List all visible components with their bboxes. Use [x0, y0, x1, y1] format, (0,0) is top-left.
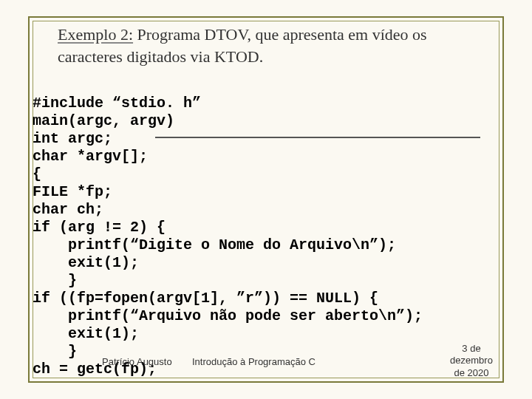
title-line2: caracteres digitados via KTOD.: [58, 47, 263, 66]
footer-date-line1: 3 de: [462, 343, 480, 354]
code-block: #include “stdio. h” main(argc, argv) int…: [33, 95, 423, 378]
footer-author: Patrício Augusto: [102, 356, 172, 367]
slide-title: Exemplo 2: Programa DTOV, que apresenta …: [58, 24, 494, 67]
footer-date-line3: de 2020: [454, 367, 489, 378]
title-ex-label: Exemplo 2:: [58, 25, 133, 44]
title-line1-rest: Programa DTOV, que apresenta em vídeo os: [133, 25, 427, 44]
footer-date: 3 de dezembro de 2020: [442, 343, 501, 379]
footer-date-line2: dezembro: [450, 355, 493, 366]
footer-course: Introdução à Programação C: [192, 356, 316, 367]
